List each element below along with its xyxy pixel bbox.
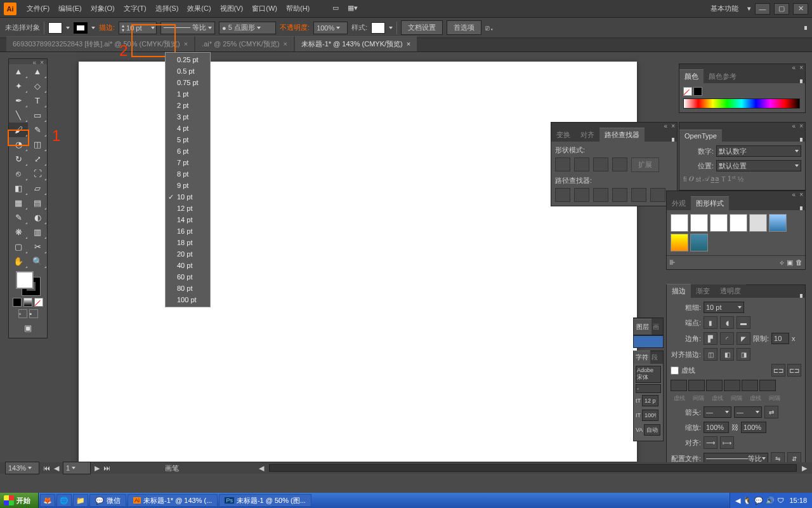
join-miter-icon[interactable]: ▛ (704, 332, 717, 345)
tab-character[interactable]: 字符 (634, 351, 650, 364)
search-icon[interactable]: ▾ (747, 4, 751, 13)
graph-tool[interactable]: ▥ (28, 225, 47, 239)
stroke-option[interactable]: 0.5 pt (166, 65, 210, 77)
minus-back-icon[interactable] (650, 188, 665, 202)
tray-icon[interactable]: 🔊 (766, 497, 775, 505)
stroke-swatch[interactable] (74, 22, 88, 34)
hscroll-prev-icon[interactable]: ◀ (259, 464, 264, 472)
nav-first-icon[interactable]: ⏮ (43, 464, 50, 472)
stroke-weight-input[interactable] (126, 24, 149, 32)
style-swatch[interactable] (769, 214, 787, 232)
task-item[interactable]: 💬微信 (89, 494, 126, 507)
align-icon[interactable]: ⎚▾ (485, 24, 494, 32)
magic-wand-tool[interactable]: ✦ (9, 79, 28, 93)
free-transform-tool[interactable]: ⛶ (28, 166, 47, 181)
menu-arrange-icon[interactable]: ▦▾ (344, 1, 362, 16)
hscrollbar[interactable] (269, 464, 797, 472)
panel-collapse-icon[interactable]: « (790, 191, 798, 197)
stroke-option[interactable]: 14 pt (166, 214, 210, 225)
tab-close-icon[interactable]: × (284, 40, 287, 48)
gradient-tool[interactable]: ▤ (28, 196, 47, 210)
menu-extra-icon[interactable]: ▭ (329, 1, 343, 16)
fill-stroke-swatch[interactable] (16, 271, 40, 295)
cap-projecting-icon[interactable]: ▬ (737, 316, 750, 329)
font-style-dropdown[interactable]: - (636, 384, 661, 393)
maximize-button[interactable]: ▢ (774, 3, 789, 15)
tray-icon[interactable]: ◀ (735, 497, 740, 505)
stroke-option[interactable]: 18 pt (166, 237, 210, 248)
menu-effect[interactable]: 效果(C) (183, 1, 214, 16)
panel-collapse-icon[interactable]: « (790, 123, 798, 129)
nav-prev-icon[interactable]: ◀ (54, 464, 59, 472)
arrow-start-dropdown[interactable]: — (704, 406, 731, 418)
stroke-option[interactable]: 20 pt (166, 248, 210, 260)
link-icon[interactable]: ⟡ (780, 258, 784, 267)
direct-selection-tool[interactable]: ▲ (28, 64, 47, 79)
chevron-down-icon[interactable] (151, 27, 155, 29)
document-tab[interactable]: .ai* @ 25% (CMYK/预览)× (195, 36, 294, 51)
stroke-profile-dropdown[interactable]: 等比 (160, 22, 215, 34)
cap-round-icon[interactable]: ◖ (720, 316, 734, 329)
stroke-option[interactable]: 6 pt (166, 145, 210, 157)
dash-input[interactable] (671, 380, 687, 391)
nav-next-icon[interactable]: ▶ (95, 464, 100, 472)
chevron-down-icon[interactable] (257, 27, 261, 29)
width-tool[interactable]: ⎋ (9, 166, 28, 181)
ot-fi-icon[interactable]: fi (683, 175, 687, 183)
tab-artboards[interactable]: 画 (652, 319, 660, 335)
stroke-option[interactable]: 12 pt (166, 203, 210, 214)
align-arrow-2-icon[interactable]: ⟼ (720, 436, 734, 449)
pen-tool[interactable]: ✒ (9, 93, 28, 108)
tab-transparency[interactable]: 透明度 (715, 284, 746, 298)
options-menu-icon[interactable] (804, 26, 807, 30)
ot-aa-icon[interactable]: a̲a̲ (710, 175, 719, 183)
hand-tool[interactable]: ✋ (9, 254, 28, 269)
exclude-icon[interactable] (612, 157, 627, 171)
fill-none-swatch[interactable] (683, 87, 692, 96)
task-item[interactable]: Ai未标题-1* @ 143% (... (128, 494, 218, 507)
perspective-tool[interactable]: ▱ (28, 181, 47, 196)
dash-align-2-icon[interactable]: ⊏⊐ (787, 364, 801, 377)
menu-file[interactable]: 文件(F) (23, 1, 53, 16)
tab-gradient[interactable]: 渐变 (691, 284, 715, 298)
stroke-option[interactable]: 40 pt (166, 260, 210, 271)
document-tab[interactable]: 未标题-1* @ 143% (CMYK/预览)× (295, 36, 417, 51)
mesh-tool[interactable]: ▦ (9, 196, 28, 210)
stroke-option[interactable]: 10 pt (166, 191, 210, 203)
scale-end-input[interactable] (741, 422, 766, 433)
zoom-tool[interactable]: 🔍 (28, 254, 47, 269)
menu-object[interactable]: 对象(O) (87, 1, 119, 16)
stroke-option[interactable]: 0.75 pt (166, 77, 210, 88)
rectangle-tool[interactable]: ▭ (28, 108, 47, 123)
none-mode-icon[interactable] (34, 298, 43, 307)
cap-butt-icon[interactable]: ▮ (704, 316, 717, 329)
opacity-field[interactable]: 100% (313, 22, 348, 34)
dashed-checkbox[interactable] (671, 366, 679, 375)
panel-menu-icon[interactable] (800, 79, 802, 83)
draw-behind-icon[interactable]: ▪ (29, 309, 38, 318)
stroke-option[interactable]: 80 pt (166, 283, 210, 294)
gap-input[interactable] (688, 380, 705, 391)
panel-menu-icon[interactable] (672, 138, 674, 142)
outline-icon[interactable] (631, 188, 646, 202)
task-item[interactable]: Ps未标题-1 @ 50% (图... (219, 494, 311, 507)
doc-setup-button[interactable]: 文档设置 (401, 20, 443, 35)
type-tool[interactable]: T (28, 93, 47, 108)
stroke-option[interactable]: 100 pt (166, 294, 210, 305)
scale-start-input[interactable] (704, 422, 729, 433)
style-swatch[interactable] (671, 214, 688, 232)
divide-icon[interactable] (555, 188, 570, 202)
tab-close-icon[interactable]: × (184, 40, 188, 48)
stroke-option[interactable]: 0.25 pt (166, 54, 210, 65)
tab-paragraph[interactable]: 段 (650, 351, 659, 364)
workspace-switcher[interactable]: 基本功能 (710, 4, 738, 13)
ot-a-icon[interactable]: 𝒜 (703, 175, 709, 183)
tab-color[interactable]: 颜色 (679, 69, 704, 83)
gap-input[interactable] (759, 380, 776, 391)
stroke-option[interactable]: 1 pt (166, 88, 210, 100)
stroke-weight-dropdown[interactable]: 0.25 pt0.5 pt0.75 pt1 pt2 pt3 pt4 pt5 pt… (165, 52, 211, 307)
blob-brush-tool[interactable]: ◔ (9, 137, 28, 152)
panel-menu-icon[interactable] (800, 294, 802, 298)
panel-close-icon[interactable]: × (797, 64, 805, 70)
dash-align-1-icon[interactable]: ⊏⊐ (771, 364, 785, 377)
